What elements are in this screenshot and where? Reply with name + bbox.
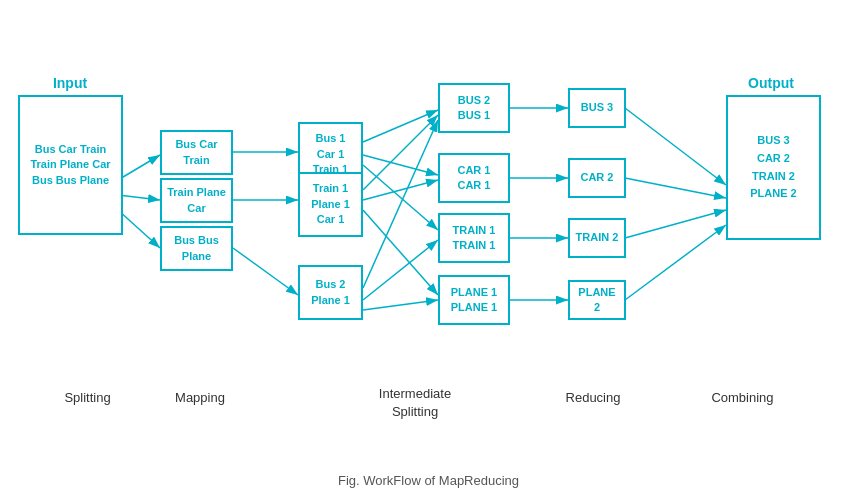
reduce-box-4: PLANE 2: [568, 280, 626, 320]
input-label: Input: [30, 75, 110, 91]
reduce-box-2: CAR 2: [568, 158, 626, 198]
mapping-label: Mapping: [155, 390, 245, 405]
svg-line-1: [118, 155, 160, 180]
reducing-label: Reducing: [553, 390, 633, 405]
split-box-2: Train 1Plane 1Car 1: [298, 172, 363, 237]
svg-line-2: [118, 195, 160, 200]
svg-line-3: [118, 210, 160, 248]
svg-line-9: [363, 165, 438, 230]
input-box: Bus Car TrainTrain Plane CarBus Bus Plan…: [18, 95, 123, 235]
svg-line-6: [233, 248, 298, 295]
intermediate-label: IntermediateSplitting: [360, 385, 470, 421]
svg-line-8: [363, 155, 438, 175]
splitting-label: Splitting: [30, 390, 145, 405]
svg-line-13: [363, 120, 438, 288]
output-box: BUS 3CAR 2TRAIN 2PLANE 2: [726, 95, 821, 240]
svg-line-15: [363, 300, 438, 310]
fig-label: Fig. WorkFlow of MapReducing: [338, 473, 519, 488]
svg-line-7: [363, 110, 438, 142]
svg-line-12: [363, 210, 438, 295]
split-box-3: Bus 2Plane 1: [298, 265, 363, 320]
inter-box-4: PLANE 1PLANE 1: [438, 275, 510, 325]
svg-line-11: [363, 180, 438, 200]
svg-line-22: [625, 210, 726, 238]
svg-line-21: [625, 178, 726, 198]
inter-box-3: TRAIN 1TRAIN 1: [438, 213, 510, 263]
inter-box-1: BUS 2BUS 1: [438, 83, 510, 133]
svg-line-20: [625, 108, 726, 185]
map-box-2: Train Plane Car: [160, 178, 233, 223]
map-box-1: Bus Car Train: [160, 130, 233, 175]
diagram-container: Input Bus Car TrainTrain Plane CarBus Bu…: [0, 0, 857, 500]
svg-line-10: [363, 115, 438, 190]
combining-label: Combining: [695, 390, 790, 405]
map-box-3: Bus Bus Plane: [160, 226, 233, 271]
svg-line-23: [625, 225, 726, 300]
inter-box-2: CAR 1CAR 1: [438, 153, 510, 203]
output-label: Output: [726, 75, 816, 91]
reduce-box-3: TRAIN 2: [568, 218, 626, 258]
reduce-box-1: BUS 3: [568, 88, 626, 128]
svg-line-14: [363, 240, 438, 300]
